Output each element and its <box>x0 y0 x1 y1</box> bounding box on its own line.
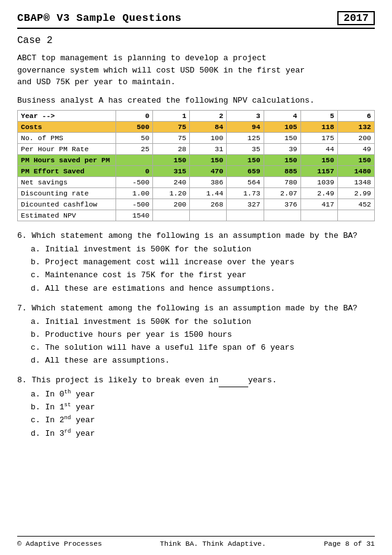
table-cell: 1039 <box>300 177 337 188</box>
table-cell: 268 <box>190 199 227 210</box>
question-text: 7. Which statement among the following i… <box>17 302 375 315</box>
table-cell-label: Dicounted cashflow <box>18 199 116 210</box>
table-cell <box>337 210 374 221</box>
footer-left: © Adaptive Processes <box>17 540 102 548</box>
table-cell: 100 <box>190 133 227 144</box>
table-cell: 659 <box>227 166 264 177</box>
page-header: CBAP® V3 Sample Questions 2017 <box>17 11 375 29</box>
table-row: Costs500758494105118132 <box>18 122 375 133</box>
table-cell-label: No. of PMS <box>18 133 116 144</box>
table-cell: 118 <box>300 122 337 133</box>
table-cell: 780 <box>264 177 300 188</box>
page-title: CBAP® V3 Sample Questions <box>17 12 182 24</box>
table-cell: 31 <box>190 144 227 155</box>
table-cell-label: Net savings <box>18 177 116 188</box>
question-block: 7. Which statement among the following i… <box>17 302 375 368</box>
table-cell: 35 <box>227 144 264 155</box>
col-header-6: 6 <box>337 111 374 122</box>
table-cell: 452 <box>337 199 374 210</box>
table-cell: 1.44 <box>190 188 227 199</box>
table-row: Per Hour PM Rate25283135394449 <box>18 144 375 155</box>
table-cell: 94 <box>227 122 264 133</box>
col-header-label: Year --> <box>18 111 116 122</box>
table-cell <box>227 210 264 221</box>
option-line: d. All these are estimations and hence a… <box>31 283 375 295</box>
option-line: c. The solution will have a useful life … <box>31 342 375 354</box>
npv-table-container: Year --> 0 1 2 3 4 5 6 Costs500758494105… <box>17 110 375 221</box>
question-text: 6. Which statement among the following i… <box>17 230 375 242</box>
table-cell: -500 <box>116 199 153 210</box>
page: CBAP® V3 Sample Questions 2017 Case 2 AB… <box>0 0 392 555</box>
table-cell: 44 <box>300 144 337 155</box>
option-line: b. Project management cost will increase… <box>31 256 375 269</box>
table-cell <box>153 210 190 221</box>
table-cell: 1.00 <box>116 188 153 199</box>
table-cell: 470 <box>190 166 227 177</box>
table-cell-label: Costs <box>18 122 116 133</box>
table-cell: 150 <box>227 155 264 166</box>
question-block: 8. This project is likely to break even … <box>17 374 375 440</box>
npv-table: Year --> 0 1 2 3 4 5 6 Costs500758494105… <box>17 110 375 221</box>
table-row: PM Hours saved per PM150150150150150150 <box>18 155 375 166</box>
intro-line1: ABCT top management is planning to devel… <box>17 53 267 63</box>
table-cell: 2.99 <box>337 188 374 199</box>
page-footer: © Adaptive Processes Think BA. Think Ada… <box>17 536 375 548</box>
table-cell: 75 <box>153 133 190 144</box>
table-cell-label: Per Hour PM Rate <box>18 144 116 155</box>
table-cell: 150 <box>300 155 337 166</box>
table-cell: 200 <box>153 199 190 210</box>
table-cell: 386 <box>190 177 227 188</box>
table-cell: 105 <box>264 122 300 133</box>
table-cell: 2.07 <box>264 188 300 199</box>
table-cell <box>116 155 153 166</box>
table-cell-label: Estimated NPV <box>18 210 116 221</box>
col-header-5: 5 <box>300 111 337 122</box>
table-cell: 50 <box>116 133 153 144</box>
option-line: d. In 3rd year <box>31 428 375 440</box>
table-row: Discounting rate1.001.201.441.732.072.49… <box>18 188 375 199</box>
option-line: b. In 1st year <box>31 401 375 414</box>
option-line: b. Productive hours per year is 1500 hou… <box>31 329 375 341</box>
option-line: a. In 0th year <box>31 388 375 401</box>
table-cell: 564 <box>227 177 264 188</box>
table-cell: 150 <box>264 155 300 166</box>
col-header-4: 4 <box>264 111 300 122</box>
table-cell: 150 <box>337 155 374 166</box>
table-cell: 0 <box>116 166 153 177</box>
table-cell: 150 <box>264 133 300 144</box>
table-cell: 1.73 <box>227 188 264 199</box>
table-cell: 84 <box>190 122 227 133</box>
option-line: a. Initial investment is 500K for the so… <box>31 316 375 328</box>
table-cell: 315 <box>153 166 190 177</box>
questions-section: 6. Which statement among the following i… <box>17 230 375 440</box>
case-title: Case 2 <box>17 35 375 46</box>
question-text: 8. This project is likely to break even … <box>17 374 375 387</box>
intro-line3: and USD 75K per year to maintain. <box>17 77 175 87</box>
table-cell: 200 <box>337 133 374 144</box>
table-cell: -500 <box>116 177 153 188</box>
table-cell: 1157 <box>300 166 337 177</box>
table-cell: 1.20 <box>153 188 190 199</box>
footer-center: Think BA. Think Adaptive. <box>160 540 266 548</box>
intro-line2: governance system which will cost USD 50… <box>17 66 305 75</box>
table-cell: 2.49 <box>300 188 337 199</box>
option-line: a. Initial investment is 500K for the so… <box>31 243 375 256</box>
table-cell: 49 <box>337 144 374 155</box>
table-cell: 1348 <box>337 177 374 188</box>
page-year: 2017 <box>337 11 375 25</box>
table-row: Dicounted cashflow-500200268327376417452 <box>18 199 375 210</box>
table-cell: 1480 <box>337 166 374 177</box>
option-line: c. Maintenance cost is 75K for the first… <box>31 269 375 281</box>
table-cell: 28 <box>153 144 190 155</box>
table-cell: 1540 <box>116 210 153 221</box>
table-cell <box>264 210 300 221</box>
table-cell: 500 <box>116 122 153 133</box>
table-cell: 376 <box>264 199 300 210</box>
option-line: d. All these are assumptions. <box>31 355 375 367</box>
table-cell: 125 <box>227 133 264 144</box>
table-cell: 39 <box>264 144 300 155</box>
footer-right: Page 8 of 31 <box>324 540 375 548</box>
table-cell: 417 <box>300 199 337 210</box>
table-cell-label: PM Effort Saved <box>18 166 116 177</box>
col-header-0: 0 <box>116 111 153 122</box>
